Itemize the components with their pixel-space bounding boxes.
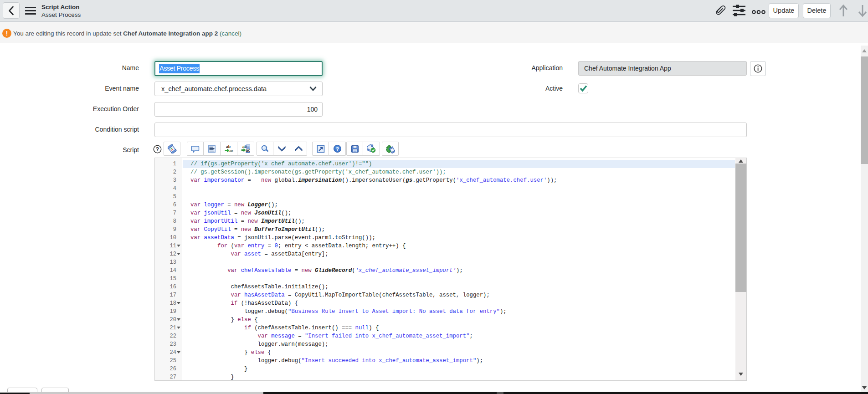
svg-text:?: ?: [156, 146, 159, 153]
svg-text:ac: ac: [230, 148, 234, 153]
svg-text:ac: ac: [246, 148, 251, 153]
svg-text:?: ?: [335, 146, 339, 152]
